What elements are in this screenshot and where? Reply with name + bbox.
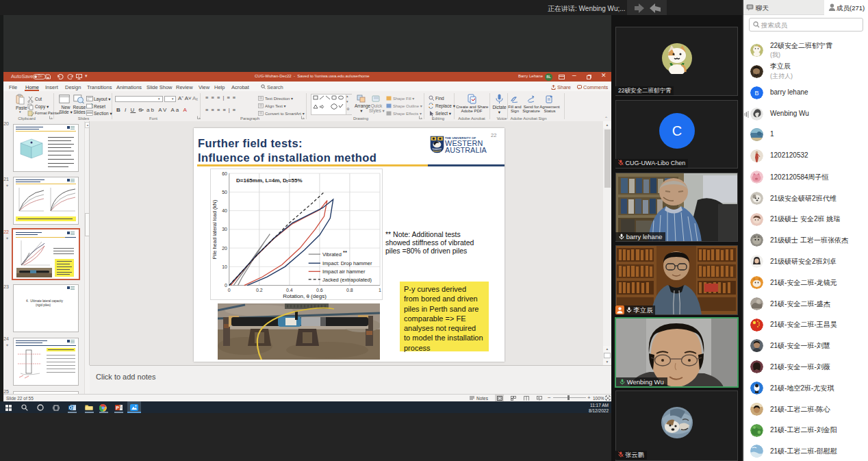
svg-text:30: 30 bbox=[222, 227, 227, 232]
svg-text:0: 0 bbox=[228, 288, 231, 292]
svg-text:P: P bbox=[116, 406, 119, 410]
svg-text:Impact air hammer: Impact air hammer bbox=[322, 269, 366, 275]
svg-text:D=165mm, L=4m, Dᵣ=55%: D=165mm, L=4m, Dᵣ=55% bbox=[236, 177, 303, 184]
svg-text:0: 0 bbox=[225, 283, 227, 288]
svg-text:0.4: 0.4 bbox=[286, 288, 293, 292]
svg-text:40: 40 bbox=[222, 208, 227, 213]
svg-text:0.2: 0.2 bbox=[256, 288, 263, 292]
svg-text:B: B bbox=[754, 90, 758, 97]
svg-text:1: 1 bbox=[379, 288, 381, 292]
svg-text:50: 50 bbox=[222, 190, 227, 195]
svg-text:Pile head lateral load (kN): Pile head lateral load (kN) bbox=[212, 199, 218, 259]
svg-text:Jacked (extrapolated): Jacked (extrapolated) bbox=[322, 277, 372, 283]
svg-text:60: 60 bbox=[222, 171, 227, 176]
svg-text:Vibrated: Vibrated bbox=[322, 251, 342, 258]
svg-text:0.6: 0.6 bbox=[316, 288, 323, 292]
svg-text:10: 10 bbox=[222, 264, 227, 269]
svg-text:0.8: 0.8 bbox=[346, 288, 353, 292]
svg-text:**: ** bbox=[343, 249, 347, 256]
svg-text:20: 20 bbox=[222, 246, 227, 251]
svg-text:Impact: Drop hammer: Impact: Drop hammer bbox=[322, 260, 372, 266]
svg-text:Rotation, θ (degs): Rotation, θ (degs) bbox=[283, 293, 327, 299]
